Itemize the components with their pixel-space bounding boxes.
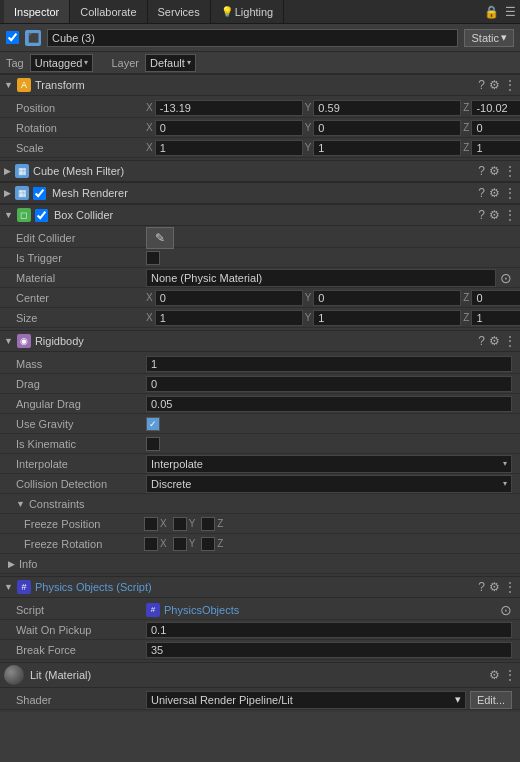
rigidbody-help-icon[interactable]: ? — [478, 334, 485, 348]
rigidbody-settings-icon[interactable]: ⚙ — [489, 334, 500, 348]
object-name-input[interactable] — [47, 29, 458, 47]
mass-row: Mass — [0, 354, 520, 374]
rigidbody-menu-icon[interactable]: ⋮ — [504, 334, 516, 348]
is-kinematic-row: Is Kinematic — [0, 434, 520, 454]
freeze-rot-z[interactable] — [201, 537, 215, 551]
mesh-renderer-settings-icon[interactable]: ⚙ — [489, 186, 500, 200]
transform-props: Position X Y Z Rotation X Y Z Scale X Y … — [0, 96, 520, 160]
tab-services[interactable]: Services — [148, 0, 211, 23]
mesh-renderer-section-header[interactable]: ▶ ▦ Mesh Renderer ? ⚙ ⋮ — [0, 182, 520, 204]
size-z[interactable] — [471, 310, 520, 326]
layer-label: Layer — [111, 57, 139, 69]
script-label: Script — [16, 604, 146, 616]
script-picker-icon[interactable]: ⊙ — [500, 602, 512, 618]
box-collider-section-header[interactable]: ▼ ◻ Box Collider ? ⚙ ⋮ — [0, 204, 520, 226]
mass-input[interactable] — [146, 356, 512, 372]
interpolate-row: Interpolate Interpolate ▾ — [0, 454, 520, 474]
script-row: Script # PhysicsObjects ⊙ — [0, 600, 520, 620]
position-x[interactable] — [155, 100, 303, 116]
transform-help-icon[interactable]: ? — [478, 78, 485, 92]
rotation-y[interactable] — [313, 120, 461, 136]
scale-x[interactable] — [155, 140, 303, 156]
mesh-filter-menu-icon[interactable]: ⋮ — [504, 164, 516, 178]
collision-detection-dropdown[interactable]: Discrete ▾ — [146, 475, 512, 493]
physics-script-help-icon[interactable]: ? — [478, 580, 485, 594]
object-header: ⬛ Static ▾ — [0, 24, 520, 52]
box-collider-help-icon[interactable]: ? — [478, 208, 485, 222]
break-force-input[interactable] — [146, 642, 512, 658]
scale-z[interactable] — [471, 140, 520, 156]
rotation-xyz: X Y Z — [146, 120, 520, 136]
object-active-toggle[interactable] — [6, 31, 19, 44]
edit-collider-icon: ✎ — [155, 231, 165, 245]
freeze-rot-y[interactable] — [173, 537, 187, 551]
script-type-icon: # — [146, 603, 160, 617]
layer-dropdown[interactable]: Default ▾ — [145, 54, 196, 72]
interpolate-dropdown[interactable]: Interpolate ▾ — [146, 455, 512, 473]
tag-dropdown[interactable]: Untagged ▾ — [30, 54, 94, 72]
lock-icon[interactable]: 🔒 — [484, 5, 499, 19]
shader-dropdown[interactable]: Universal Render Pipeline/Lit ▾ — [146, 691, 466, 709]
physics-script-settings-icon[interactable]: ⚙ — [489, 580, 500, 594]
rotation-label: Rotation — [16, 122, 146, 134]
freeze-rotation-checks: X Y Z — [144, 537, 223, 551]
position-z[interactable] — [471, 100, 520, 116]
freeze-position-label: Freeze Position — [24, 518, 144, 530]
mesh-renderer-active[interactable] — [33, 187, 46, 200]
freeze-pos-y[interactable] — [173, 517, 187, 531]
physics-script-menu-icon[interactable]: ⋮ — [504, 580, 516, 594]
collider-material-input[interactable]: None (Physic Material) — [146, 269, 496, 287]
scale-y[interactable] — [313, 140, 461, 156]
mesh-filter-settings-icon[interactable]: ⚙ — [489, 164, 500, 178]
transform-section-header[interactable]: ▼ A Transform ? ⚙ ⋮ — [0, 74, 520, 96]
material-picker-icon[interactable]: ⊙ — [500, 270, 512, 286]
collision-detection-label: Collision Detection — [16, 478, 146, 490]
shader-edit-button[interactable]: Edit... — [470, 691, 512, 709]
size-x[interactable] — [155, 310, 303, 326]
mesh-renderer-help-icon[interactable]: ? — [478, 186, 485, 200]
tab-lighting[interactable]: 💡 Lighting — [211, 0, 285, 23]
center-x[interactable] — [155, 290, 303, 306]
mesh-filter-section-header[interactable]: ▶ ▦ Cube (Mesh Filter) ? ⚙ ⋮ — [0, 160, 520, 182]
freeze-rot-x[interactable] — [144, 537, 158, 551]
box-collider-settings-icon[interactable]: ⚙ — [489, 208, 500, 222]
center-y[interactable] — [313, 290, 461, 306]
transform-toggle-icon: ▼ — [4, 80, 13, 90]
static-button[interactable]: Static ▾ — [464, 29, 514, 47]
position-y[interactable] — [313, 100, 461, 116]
box-collider-active[interactable] — [35, 209, 48, 222]
angular-drag-input[interactable] — [146, 396, 512, 412]
transform-settings-icon[interactable]: ⚙ — [489, 78, 500, 92]
center-label: Center — [16, 292, 146, 304]
size-y[interactable] — [313, 310, 461, 326]
mesh-filter-help-icon[interactable]: ? — [478, 164, 485, 178]
rigidbody-icon: ◉ — [17, 334, 31, 348]
transform-menu-icon[interactable]: ⋮ — [504, 78, 516, 92]
drag-input[interactable] — [146, 376, 512, 392]
material-menu-icon[interactable]: ⋮ — [504, 668, 516, 682]
rigidbody-section-header[interactable]: ▼ ◉ Rigidbody ? ⚙ ⋮ — [0, 330, 520, 352]
freeze-pos-z[interactable] — [201, 517, 215, 531]
info-label: Info — [19, 558, 37, 570]
scale-xyz: X Y Z — [146, 140, 520, 156]
collider-material-label: Material — [16, 272, 146, 284]
is-trigger-checkbox[interactable] — [146, 251, 160, 265]
tab-inspector[interactable]: Inspector — [4, 0, 70, 23]
box-collider-toggle-icon: ▼ — [4, 210, 13, 220]
box-collider-menu-icon[interactable]: ⋮ — [504, 208, 516, 222]
physics-script-section-header[interactable]: ▼ # Physics Objects (Script) ? ⚙ ⋮ — [0, 576, 520, 598]
mesh-renderer-menu-icon[interactable]: ⋮ — [504, 186, 516, 200]
material-section-header[interactable]: Lit (Material) ⚙ ⋮ — [0, 662, 520, 688]
freeze-pos-x[interactable] — [144, 517, 158, 531]
rotation-z[interactable] — [471, 120, 520, 136]
info-row[interactable]: ▶ Info — [0, 554, 520, 574]
edit-collider-button[interactable]: ✎ — [146, 227, 174, 249]
more-icon[interactable]: ☰ — [505, 5, 516, 19]
wait-on-pickup-input[interactable] — [146, 622, 512, 638]
tab-collaborate[interactable]: Collaborate — [70, 0, 147, 23]
center-z[interactable] — [471, 290, 520, 306]
is-kinematic-checkbox[interactable] — [146, 437, 160, 451]
use-gravity-checkbox[interactable]: ✓ — [146, 417, 160, 431]
material-settings-icon[interactable]: ⚙ — [489, 668, 500, 682]
rotation-x[interactable] — [155, 120, 303, 136]
